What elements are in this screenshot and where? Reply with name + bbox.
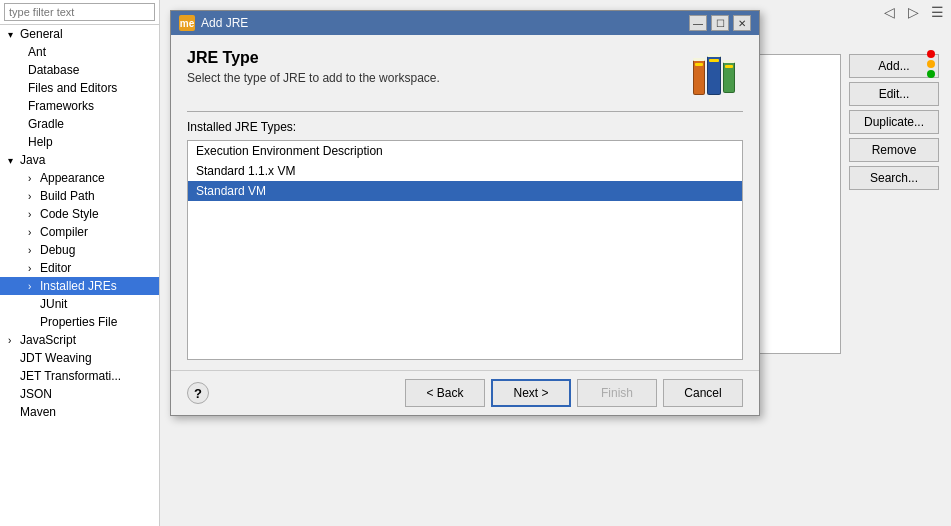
warning-dot — [927, 60, 935, 68]
sidebar-item-label: Appearance — [40, 171, 105, 185]
finish-button[interactable]: Finish — [577, 379, 657, 407]
add-jre-dialog: me Add JRE — ☐ ✕ JRE Type Select the typ… — [170, 10, 760, 416]
dialog-subtitle: Select the type of JRE to add to the wor… — [187, 71, 440, 85]
sidebar-item-label: General — [20, 27, 63, 41]
duplicate-button[interactable]: Duplicate... — [849, 110, 939, 134]
sidebar-item-label: JavaScript — [20, 333, 76, 347]
search-button[interactable]: Search... — [849, 166, 939, 190]
svg-rect-11 — [723, 60, 735, 63]
svg-rect-2 — [695, 63, 703, 66]
sidebar-item-compiler[interactable]: Compiler — [0, 223, 159, 241]
sidebar-item-json[interactable]: JSON — [0, 385, 159, 403]
sidebar-item-jet-transformations[interactable]: JET Transformati... — [0, 367, 159, 385]
sidebar-item-gradle[interactable]: Gradle — [0, 115, 159, 133]
dialog-app-icon: me — [179, 15, 195, 31]
jre-type-item-standard-vm[interactable]: Standard VM — [188, 181, 742, 201]
sidebar-item-properties-file[interactable]: Properties File — [0, 313, 159, 331]
sidebar-item-label: Build Path — [40, 189, 95, 203]
sidebar-item-label: Frameworks — [28, 99, 94, 113]
sidebar-item-label: Maven — [20, 405, 56, 419]
chevron-open-icon — [8, 155, 18, 166]
sidebar-item-label: Gradle — [28, 117, 64, 131]
close-button[interactable]: ✕ — [733, 15, 751, 31]
dialog-footer-buttons: < Back Next > Finish Cancel — [405, 379, 743, 407]
sidebar-item-ant[interactable]: Ant — [0, 43, 159, 61]
sidebar-item-label: Java — [20, 153, 45, 167]
svg-rect-8 — [725, 65, 733, 68]
dialog-section-title: JRE Type — [187, 49, 440, 67]
sidebar-item-build-path[interactable]: Build Path — [0, 187, 159, 205]
sidebar-filter-area — [0, 0, 159, 25]
help-button[interactable]: ? — [187, 382, 209, 404]
svg-rect-5 — [709, 59, 719, 62]
sidebar-item-database[interactable]: Database — [0, 61, 159, 79]
books-svg — [691, 49, 743, 101]
sidebar-item-jdt-weaving[interactable]: JDT Weaving — [0, 349, 159, 367]
sidebar-item-debug[interactable]: Debug — [0, 241, 159, 259]
dialog-header-text: JRE Type Select the type of JRE to add t… — [187, 49, 440, 85]
remove-button[interactable]: Remove — [849, 138, 939, 162]
minimize-button[interactable]: — — [689, 15, 707, 31]
sidebar-item-files-and-editors[interactable]: Files and Editors — [0, 79, 159, 97]
sidebar-item-general[interactable]: General — [0, 25, 159, 43]
sidebar-item-label: Help — [28, 135, 53, 149]
sidebar-item-label: Debug — [40, 243, 75, 257]
sidebar-scroll: GeneralAntDatabaseFiles and EditorsFrame… — [0, 25, 159, 526]
maximize-button[interactable]: ☐ — [711, 15, 729, 31]
jre-type-item-standard-11x[interactable]: Standard 1.1.x VM — [188, 161, 742, 181]
forward-arrow-icon[interactable]: ▷ — [903, 2, 923, 22]
chevron-closed-icon — [28, 263, 38, 274]
sidebar-item-label: Code Style — [40, 207, 99, 221]
sidebar-item-junit[interactable]: JUnit — [0, 295, 159, 313]
sidebar-item-javascript[interactable]: JavaScript — [0, 331, 159, 349]
sidebar-item-label: Database — [28, 63, 79, 77]
chevron-closed-icon — [28, 227, 38, 238]
chevron-closed-icon — [28, 191, 38, 202]
sidebar: GeneralAntDatabaseFiles and EditorsFrame… — [0, 0, 160, 526]
sidebar-item-appearance[interactable]: Appearance — [0, 169, 159, 187]
svg-rect-9 — [693, 58, 705, 61]
sidebar-item-maven[interactable]: Maven — [0, 403, 159, 421]
sidebar-item-installed-jres[interactable]: Installed JREs — [0, 277, 159, 295]
dialog-title: Add JRE — [201, 16, 248, 30]
info-dot — [927, 70, 935, 78]
sidebar-item-editor[interactable]: Editor — [0, 259, 159, 277]
back-button[interactable]: < Back — [405, 379, 485, 407]
dialog-titlebar: me Add JRE — ☐ ✕ — [171, 11, 759, 35]
dialog-header-row: JRE Type Select the type of JRE to add t… — [187, 49, 743, 101]
error-indicators — [927, 0, 935, 526]
chevron-closed-icon — [28, 281, 38, 292]
chevron-closed-icon — [28, 173, 38, 184]
sidebar-item-label: Compiler — [40, 225, 88, 239]
sidebar-item-label: JSON — [20, 387, 52, 401]
jre-types-list[interactable]: Execution Environment DescriptionStandar… — [187, 140, 743, 360]
dialog-titlebar-left: me Add JRE — [179, 15, 248, 31]
sidebar-item-label: JUnit — [40, 297, 67, 311]
main-area: ◁ ▷ ☰ Installed JREs Add, remove or edit… — [160, 0, 951, 526]
books-icon — [691, 49, 743, 101]
sidebar-item-label: Editor — [40, 261, 71, 275]
dialog-body: JRE Type Select the type of JRE to add t… — [171, 35, 759, 370]
jres-action-buttons: Add... Edit... Duplicate... Remove Searc… — [849, 54, 939, 354]
edit-button[interactable]: Edit... — [849, 82, 939, 106]
add-button[interactable]: Add... — [849, 54, 939, 78]
jre-type-item-ee-desc[interactable]: Execution Environment Description — [188, 141, 742, 161]
sidebar-item-label: JET Transformati... — [20, 369, 121, 383]
sidebar-item-label: Installed JREs — [40, 279, 117, 293]
chevron-closed-icon — [28, 245, 38, 256]
sidebar-item-frameworks[interactable]: Frameworks — [0, 97, 159, 115]
dialog-footer: ? < Back Next > Finish Cancel — [171, 370, 759, 415]
chevron-closed-icon — [28, 209, 38, 220]
back-arrow-icon[interactable]: ◁ — [879, 2, 899, 22]
next-button[interactable]: Next > — [491, 379, 571, 407]
svg-rect-10 — [707, 54, 721, 57]
sidebar-item-label: JDT Weaving — [20, 351, 92, 365]
sidebar-filter-input[interactable] — [4, 3, 155, 21]
chevron-closed-icon — [8, 335, 18, 346]
sidebar-item-help[interactable]: Help — [0, 133, 159, 151]
dialog-window-controls: — ☐ ✕ — [689, 15, 751, 31]
cancel-button[interactable]: Cancel — [663, 379, 743, 407]
sidebar-item-java[interactable]: Java — [0, 151, 159, 169]
sidebar-item-label: Files and Editors — [28, 81, 117, 95]
sidebar-item-code-style[interactable]: Code Style — [0, 205, 159, 223]
